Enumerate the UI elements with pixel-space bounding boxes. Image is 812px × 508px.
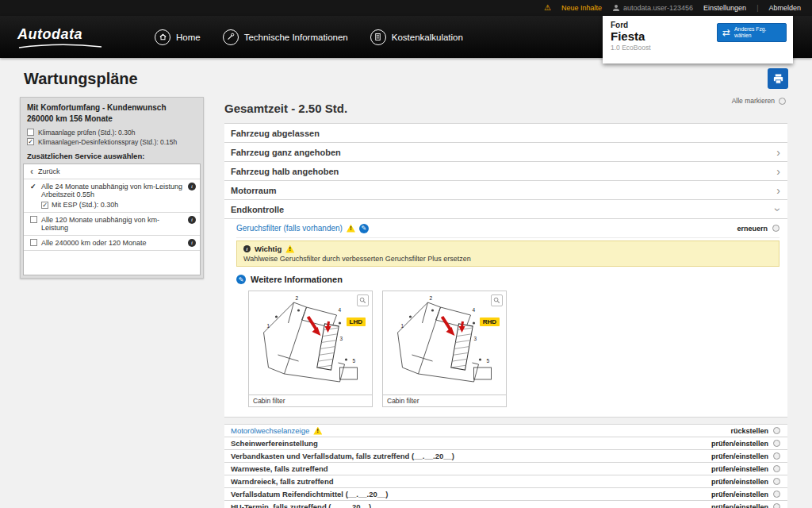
task-label: Verfallsdatum Reifendichtmittel (__.__.2… xyxy=(231,490,389,498)
zoom-icon[interactable] xyxy=(357,294,369,306)
task-checkbox[interactable] xyxy=(772,225,779,232)
info-icon[interactable]: i xyxy=(188,239,196,247)
task-left: Motorölwechselanzeige ! xyxy=(231,426,322,435)
service-suboption-esp[interactable]: ✓ Mit ESP (Std.): 0.30h xyxy=(41,201,186,209)
content-columns: Mit Komfortumfang - Kundenwunsch 260000 … xyxy=(0,97,812,508)
service-item-120-monate[interactable]: Alle 120 Monate unabhängig von km-Leistu… xyxy=(24,213,200,236)
check-icon: ✓ xyxy=(30,183,37,190)
service-label: Alle 120 Monate unabhängig von km-Leistu… xyxy=(41,216,186,232)
task-checkbox[interactable] xyxy=(773,503,780,508)
mark-all-control[interactable]: Alle markieren xyxy=(732,97,786,105)
task-action: prüfen/einstellen xyxy=(711,440,780,448)
chevron-right-icon: › xyxy=(776,166,780,177)
total-time: Gesamtzeit - 2.50 Std. xyxy=(224,102,787,115)
task-list: Motorölwechselanzeige ! rückstellen Sche… xyxy=(224,424,787,508)
section-fahrzeug-abgelassen[interactable]: Fahrzeug abgelassen xyxy=(224,124,787,143)
plan-interval: 260000 km 156 Monate xyxy=(27,114,197,123)
svg-text:4: 4 xyxy=(339,307,342,313)
username: autodata.user-123456 xyxy=(623,4,693,12)
home-icon xyxy=(155,29,170,45)
nav-item-technische-informationen[interactable]: Technische Informationen xyxy=(223,29,348,45)
new-content-link[interactable]: Neue Inhalte xyxy=(561,4,602,12)
checkbox[interactable] xyxy=(30,216,37,223)
important-notice: i Wichtig ! Wahlweise Geruchsfilter durc… xyxy=(236,241,779,267)
task-link[interactable]: Motorölwechselanzeige xyxy=(231,426,309,435)
vehicle-engine: 1.0 EcoBoost xyxy=(611,44,785,52)
task-row: Warndreieck, falls zutreffend prüfen/ein… xyxy=(224,475,787,488)
swap-icon: ⇄ xyxy=(722,28,730,37)
chevron-right-icon: › xyxy=(776,147,780,158)
task-checkbox[interactable] xyxy=(773,491,780,498)
calculator-icon xyxy=(370,29,386,45)
task-action: prüfen/einstellen xyxy=(711,452,780,460)
print-button[interactable] xyxy=(768,68,788,89)
additional-service-title: Zusätzlichen Service auswählen: xyxy=(21,147,203,164)
settings-link[interactable]: Einstellungen xyxy=(703,4,746,12)
checkbox[interactable] xyxy=(30,239,37,246)
section-fahrzeug-halb-angehoben[interactable]: Fahrzeug halb angehoben › xyxy=(224,162,787,181)
section-label: Fahrzeug ganz angehoben xyxy=(231,148,341,157)
service-label: Alle 240000 km oder 120 Monate xyxy=(41,239,147,247)
nav-item-kostenkalkulation[interactable]: Kostenkalkulation xyxy=(370,29,463,45)
info-icon[interactable]: i xyxy=(188,216,196,224)
section-fahrzeug-ganz-angehoben[interactable]: Fahrzeug ganz angehoben › xyxy=(224,143,787,162)
checkbox[interactable]: ✓ xyxy=(27,138,34,145)
option-desinfektionsspray[interactable]: ✓ Klimaanlagen-Desinfektionsspray (Std.)… xyxy=(21,137,203,147)
svg-text:3: 3 xyxy=(474,336,477,341)
section-endkontrolle[interactable]: Endkontrolle › xyxy=(224,200,787,219)
section-motorraum[interactable]: Motorraum › xyxy=(224,181,787,200)
figure-canvas: 12 345 RHD xyxy=(383,291,506,394)
service-item-main: Alle 240000 km oder 120 Monate xyxy=(30,239,186,247)
svg-text:5: 5 xyxy=(353,358,356,364)
geruchsfilter-row: Geruchsfilter (falls vorhanden) ! ✎ erne… xyxy=(236,219,779,238)
zoom-icon[interactable] xyxy=(491,294,503,306)
page-title: Wartungspläne xyxy=(24,70,138,88)
notice-title: Wichtig xyxy=(255,244,282,253)
section-label: Fahrzeug halb angehoben xyxy=(231,167,339,176)
option-label: Klimaanlage prüfen (Std.): 0.30h xyxy=(38,129,135,137)
change-vehicle-button[interactable]: ⇄ Anderes Fzg. wählen xyxy=(717,23,787,42)
lhd-badge: LHD xyxy=(347,318,366,326)
task-checkbox[interactable] xyxy=(773,465,780,472)
action-label: prüfen/einstellen xyxy=(711,440,768,448)
more-info-label: Weitere Informationen xyxy=(251,275,343,284)
rhd-badge: RHD xyxy=(480,318,500,326)
nav-item-label: Home xyxy=(176,33,201,42)
checkbox[interactable] xyxy=(27,129,34,136)
figure-lhd: 12 345 LHD Cabin filter xyxy=(248,291,373,407)
task-checkbox[interactable] xyxy=(773,452,780,460)
service-item-24-monate[interactable]: ✓ Alle 24 Monate unabhängig von km-Leist… xyxy=(24,179,200,213)
mark-all-label: Alle markieren xyxy=(732,97,775,105)
task-checkbox[interactable] xyxy=(773,440,780,447)
topbar: ⚠ Neue Inhalte autodata.user-123456 Eins… xyxy=(0,0,812,16)
option-klimaanlage[interactable]: Klimaanlage prüfen (Std.): 0.30h xyxy=(21,128,203,137)
chevron-down-icon: › xyxy=(773,207,784,211)
info-icon[interactable]: i xyxy=(188,183,196,190)
service-label: Alle 24 Monate unabhängig von km-Leistun… xyxy=(41,183,182,190)
service-sidebar: Mit Komfortumfang - Kundenwunsch 260000 … xyxy=(20,97,204,279)
action-label: prüfen/einstellen xyxy=(711,465,768,473)
figure-rhd: 12 345 RHD Cabin filter xyxy=(382,291,507,407)
topbar-divider: | xyxy=(756,4,758,12)
checkbox[interactable]: ✓ xyxy=(41,202,48,209)
nav-item-home[interactable]: Home xyxy=(155,29,201,45)
autodata-logo[interactable]: Autodata xyxy=(17,26,111,48)
cabin-filter-illustration: 12 345 xyxy=(383,291,506,394)
svg-text:1: 1 xyxy=(401,323,404,329)
section-accordion: Fahrzeug abgelassen Fahrzeug ganz angeho… xyxy=(224,123,787,219)
geruchsfilter-action: erneuern xyxy=(737,225,779,233)
notice-text: Wahlweise Geruchsfilter durch verbessert… xyxy=(243,255,772,263)
logout-link[interactable]: Abmelden xyxy=(768,4,801,12)
task-row: Verfallsdatum Reifendichtmittel (__.__.2… xyxy=(224,488,787,501)
page-header: Wartungspläne xyxy=(0,58,812,97)
geruchsfilter-link[interactable]: Geruchsfilter (falls vorhanden) xyxy=(236,224,343,233)
mark-all-checkbox[interactable] xyxy=(779,98,786,105)
task-checkbox[interactable] xyxy=(773,427,780,434)
printer-icon xyxy=(772,73,784,85)
task-checkbox[interactable] xyxy=(773,478,780,485)
edit-icon[interactable]: ✎ xyxy=(236,275,246,284)
back-button[interactable]: ‹ Zurück xyxy=(24,164,200,179)
user-menu[interactable]: autodata.user-123456 xyxy=(612,4,693,12)
edit-icon[interactable]: ✎ xyxy=(359,224,369,233)
service-item-240000-km[interactable]: Alle 240000 km oder 120 Monate i xyxy=(24,236,200,251)
